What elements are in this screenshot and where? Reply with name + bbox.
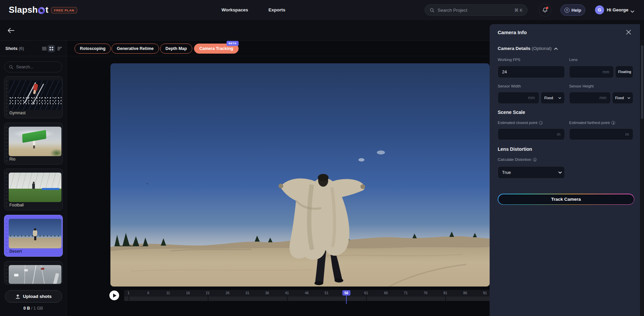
lens-input[interactable]: mm (569, 66, 614, 78)
frame-label[interactable]: 61 (364, 291, 368, 295)
project-search-input[interactable] (438, 8, 511, 13)
closest-point-input[interactable]: m (498, 128, 565, 140)
optional-label: (Optional) (532, 46, 551, 51)
timeline-ruler[interactable]: 161116212631364146515661667176818691 (124, 290, 490, 297)
timeline-playhead[interactable] (346, 295, 347, 304)
panel-title: Camera Info (498, 29, 527, 35)
current-frame-badge[interactable]: 56 (342, 290, 350, 296)
info-icon[interactable] (533, 158, 537, 162)
grid-view-icon[interactable] (48, 45, 55, 52)
shot-thumbnail (9, 265, 61, 284)
track-camera-button[interactable]: Track Camera (498, 194, 634, 205)
video-viewport[interactable] (110, 63, 490, 287)
frame-label[interactable]: 91 (483, 291, 487, 295)
search-icon (9, 65, 13, 69)
farthest-point-label: Estimated farthest point (569, 121, 615, 125)
page-scrollbar-thumb[interactable] (641, 45, 643, 119)
shot-card-desert[interactable]: Desert (4, 215, 63, 257)
shot-card-rio[interactable]: Rio (4, 123, 63, 165)
tab-rotoscoping[interactable]: Rotoscoping (75, 44, 111, 54)
frame-label[interactable]: 41 (285, 291, 289, 295)
frame-label[interactable]: 46 (305, 291, 309, 295)
camera-info-panel: Camera Info Camera Details (Optional) Wo… (490, 24, 640, 316)
calculate-distortion-dropdown[interactable]: True (498, 166, 565, 179)
frame-label[interactable]: 31 (245, 291, 249, 295)
brand-text-suffix: t (45, 5, 48, 15)
frame-label[interactable]: 51 (325, 291, 329, 295)
user-avatar[interactable]: G (595, 5, 604, 14)
frame-label[interactable]: 36 (265, 291, 269, 295)
shot-thumbnail (9, 173, 61, 202)
shots-header: Shots (6) (0, 41, 66, 56)
frame-label[interactable]: 76 (424, 291, 428, 295)
tab-depth-map[interactable]: Depth Map (160, 44, 192, 54)
shot-card-football[interactable]: Football (4, 169, 63, 210)
beta-badge: BETA (227, 41, 239, 46)
user-greeting[interactable]: Hi George (607, 7, 629, 12)
track-segment-seam (129, 297, 129, 301)
working-fps-input[interactable]: 24 (498, 66, 565, 78)
frame-label[interactable]: 66 (384, 291, 388, 295)
shots-search[interactable] (4, 61, 62, 72)
info-icon[interactable] (539, 121, 543, 125)
lens-unit: mm (602, 70, 609, 74)
shots-search-input[interactable] (16, 64, 50, 69)
frame-label[interactable]: 11 (166, 291, 170, 295)
sensor-height-input[interactable]: mm (569, 92, 611, 104)
question-icon: ? (564, 8, 569, 13)
play-button[interactable] (109, 291, 119, 300)
shot-thumbnail (9, 80, 61, 110)
frame-label[interactable]: 71 (404, 291, 408, 295)
farthest-point-unit: m (626, 132, 629, 137)
sensor-width-mode-dropdown[interactable]: Fixed (541, 92, 565, 104)
section-scene-scale: Scene Scale (498, 110, 525, 115)
chevron-down-icon (558, 97, 561, 99)
sensor-width-label: Sensor Width (498, 84, 521, 88)
timeline[interactable]: 161116212631364146515661667176818691 (124, 290, 490, 304)
shot-card-highway[interactable] (4, 261, 63, 285)
video-frame-art (110, 63, 490, 287)
help-button[interactable]: ? Help (560, 4, 585, 16)
play-icon (113, 294, 116, 298)
nav-link-exports[interactable]: Exports (268, 7, 285, 12)
brand-text-prefix: Slapsh (9, 5, 38, 15)
notifications-button[interactable] (539, 4, 551, 16)
timeline-track[interactable] (124, 297, 490, 301)
shots-count: (6) (19, 46, 24, 51)
list-view-icon[interactable] (41, 45, 48, 52)
chevron-down-icon (628, 97, 630, 99)
section-camera-details[interactable]: Camera Details (Optional) (498, 46, 558, 51)
lens-mode-dropdown[interactable]: Floating (615, 66, 633, 78)
frame-label[interactable]: 16 (186, 291, 190, 295)
sensor-width-unit: mm (528, 96, 535, 100)
brand-logo[interactable]: Slapsht (9, 5, 48, 15)
frame-label[interactable]: 6 (147, 291, 149, 295)
track-segment-seam (287, 297, 288, 301)
nav-link-workspaces[interactable]: Workspaces (221, 7, 248, 12)
shot-thumbnail (9, 219, 61, 248)
project-search[interactable]: ⌘ K (425, 4, 528, 16)
chevron-down-icon (558, 172, 562, 174)
main-content: Rotoscoping Generative Retime Depth Map … (66, 41, 490, 316)
frame-label[interactable]: 1 (128, 291, 130, 295)
sort-icon[interactable] (56, 45, 63, 52)
frame-label[interactable]: 26 (226, 291, 230, 295)
top-navbar: Slapsht FREE PLAN Workspaces Exports ⌘ K… (0, 0, 644, 20)
tab-generative-retime[interactable]: Generative Retime (111, 44, 159, 54)
farthest-point-input[interactable]: m (569, 128, 633, 140)
shot-card-gymnast[interactable]: Gymnast (4, 76, 63, 118)
sensor-width-input[interactable]: mm (498, 92, 539, 104)
sensor-height-mode-dropdown[interactable]: Fixed (612, 92, 633, 104)
frame-label[interactable]: 81 (443, 291, 447, 295)
chevron-up-icon[interactable] (554, 48, 558, 50)
frame-label[interactable]: 86 (463, 291, 467, 295)
user-menu-chevron-icon[interactable] (631, 8, 634, 14)
close-icon[interactable] (625, 29, 633, 36)
frame-label[interactable]: 21 (206, 291, 210, 295)
upload-shots-button[interactable]: Upload shots (5, 290, 62, 303)
info-icon[interactable] (611, 121, 615, 125)
notification-dot (546, 7, 548, 9)
back-button[interactable] (7, 27, 16, 34)
lens-mode-value: Floating (618, 70, 631, 74)
sensor-height-mode-value: Fixed (615, 96, 624, 100)
